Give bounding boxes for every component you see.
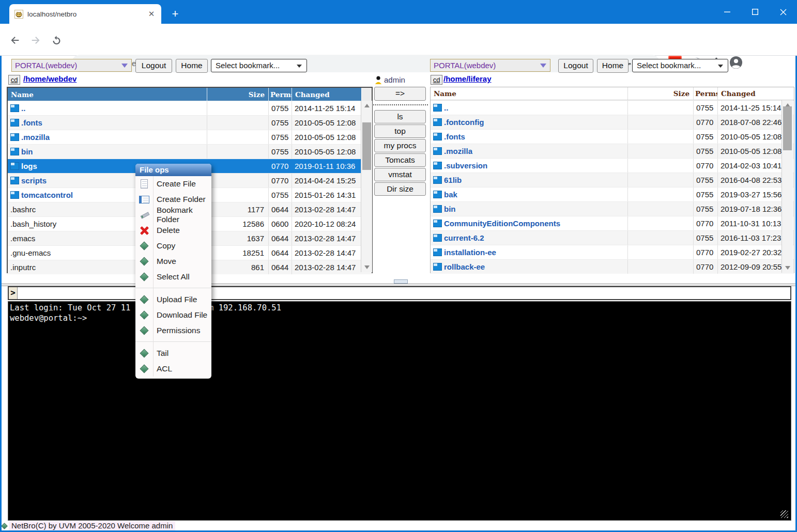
left-server-select[interactable]: PORTAL(webdev) [11, 59, 132, 72]
command-button-top[interactable]: top [374, 124, 426, 138]
right-bookmark-select[interactable]: Select bookmark... [632, 59, 728, 72]
size-cell [627, 187, 693, 201]
column-header-size[interactable]: Size [207, 88, 268, 101]
table-row[interactable]: .mozilla07552010-05-05 12:08 [431, 144, 794, 158]
tab-title: localhost/netbro [27, 10, 143, 18]
forward-button[interactable] [28, 33, 43, 48]
table-row[interactable]: .mozilla07552010-05-05 12:08 [8, 130, 372, 144]
table-row[interactable]: .subversion07702014-02-03 10:41 [431, 158, 794, 173]
menu-item-copy[interactable]: Copy [135, 238, 211, 254]
reload-button[interactable] [49, 33, 64, 48]
left-path-link[interactable]: /home/webdev [23, 74, 76, 83]
tab-close-icon[interactable]: ✕ [147, 9, 156, 19]
menu-item-permissions[interactable]: Permissions [135, 323, 211, 338]
table-row[interactable]: rollback-ee07702012-09-09 20:55 [431, 259, 794, 274]
changed-cell: 2010-05-05 12:08 [292, 130, 361, 144]
table-row[interactable]: .fonts07552010-05-05 12:08 [431, 129, 794, 144]
perms-cell: 0755 [268, 116, 292, 130]
changed-cell: 2014-02-03 10:41 [717, 159, 782, 173]
column-header-changed[interactable]: Changed [292, 88, 361, 101]
changed-cell: 2019-02-27 20:32 [717, 245, 782, 259]
table-row[interactable]: .fontconfig07702018-07-08 22:46 [431, 115, 794, 129]
transfer-button[interactable]: => [374, 87, 426, 101]
file-name-cell: .. [8, 101, 207, 115]
column-header-name[interactable]: Name [8, 88, 207, 101]
scroll-up-icon[interactable] [361, 101, 372, 110]
scrollbar-thumb[interactable] [362, 122, 371, 170]
left-cd-button[interactable]: cd [8, 75, 20, 85]
menu-item-tail[interactable]: Tail [135, 346, 211, 361]
scroll-down-icon[interactable] [361, 263, 372, 272]
menu-item-move[interactable]: Move [135, 254, 211, 269]
window-close-button[interactable] [769, 0, 797, 24]
back-button[interactable] [7, 33, 23, 48]
table-row[interactable]: installation-ee07702019-02-27 20:32 [431, 245, 794, 259]
menu-item-acl[interactable]: ACL [135, 361, 211, 377]
diamond-icon [135, 274, 153, 280]
column-header-size[interactable]: Size [627, 87, 693, 100]
table-row[interactable]: bin07552019-07-18 12:36 [431, 201, 794, 216]
left-logout-button[interactable]: Logout [135, 59, 172, 73]
size-cell [627, 115, 693, 129]
table-row[interactable]: .fonts07552010-05-05 12:08 [8, 115, 372, 130]
menu-item-select-all[interactable]: Select All [135, 269, 211, 285]
window-minimize-button[interactable] [713, 0, 741, 24]
column-header-perms[interactable]: Perms [693, 87, 717, 100]
chevron-down-icon [718, 65, 723, 68]
scrollbar-thumb[interactable] [783, 106, 792, 150]
menu-item-create-folder[interactable]: Create Folder [135, 192, 211, 207]
size-cell: 12586 [207, 217, 268, 231]
menu-item-delete[interactable]: Delete [135, 223, 211, 238]
browser-tab[interactable]: localhost/netbro ✕ [9, 4, 161, 24]
profile-avatar[interactable] [729, 56, 743, 69]
right-path-link[interactable]: /home/liferay [443, 74, 492, 83]
middle-separator [373, 104, 428, 105]
right-cd-button[interactable]: cd [431, 75, 442, 85]
terminal-resize-grip[interactable] [780, 510, 788, 518]
left-bookmark-select[interactable]: Select bookmark... [211, 59, 307, 72]
menu-item-download-file[interactable]: Download File [135, 307, 211, 323]
command-button-dir-size[interactable]: Dir size [374, 182, 426, 196]
perms-cell: 0755 [693, 130, 717, 144]
perms-cell: 0755 [693, 202, 717, 216]
menu-item-bookmark-folder[interactable]: Bookmark Folder [135, 207, 211, 223]
terminal-command-input[interactable] [18, 287, 790, 299]
file-ops-context-menu: File ops Create FileCreate FolderBookmar… [135, 164, 211, 379]
new-tab-button[interactable]: + [168, 8, 182, 21]
scroll-down-icon[interactable] [782, 263, 793, 272]
command-button-ls[interactable]: ls [374, 110, 426, 123]
left-table-scrollbar[interactable] [361, 101, 372, 272]
perms-cell: 0755 [693, 101, 717, 115]
right-home-button[interactable]: Home [597, 59, 629, 73]
menu-item-create-file[interactable]: Create File [135, 176, 211, 192]
table-row[interactable]: 61lib07552016-04-08 22:53 [431, 173, 794, 187]
splitter-handle[interactable] [394, 279, 408, 284]
command-button-tomcats[interactable]: Tomcats [374, 153, 426, 167]
right-table-scrollbar[interactable] [781, 100, 793, 273]
window-maximize-button[interactable] [741, 0, 769, 24]
table-row[interactable]: bin07552010-05-05 12:08 [8, 144, 372, 159]
table-row[interactable]: CommunityEditionComponents07702011-10-31… [431, 216, 794, 230]
table-row[interactable]: current-6.207552016-11-03 17:23 [431, 230, 794, 245]
table-row[interactable]: ..07552014-11-25 15:14 [8, 101, 372, 115]
command-button-vmstat[interactable]: vmstat [374, 168, 426, 181]
perms-cell: 0644 [268, 246, 292, 260]
command-button-my-procs[interactable]: my procs [374, 139, 426, 152]
table-row[interactable]: ..07552014-11-25 15:14 [431, 100, 794, 115]
changed-cell: 2014-04-24 15:25 [292, 174, 361, 187]
right-server-select[interactable]: PORTAL(webdev) [430, 59, 550, 72]
right-logout-button[interactable]: Logout [558, 59, 593, 73]
file-name: bak [444, 190, 457, 199]
column-header-name[interactable]: Name [431, 87, 627, 100]
menu-item-upload-file[interactable]: Upload File [135, 292, 211, 307]
left-home-button[interactable]: Home [176, 59, 208, 73]
header-corner [782, 87, 794, 100]
column-header-changed[interactable]: Changed [717, 87, 782, 100]
folder-icon [433, 191, 442, 198]
perms-cell: 0770 [693, 159, 717, 173]
changed-cell: 2020-10-12 08:24 [292, 217, 361, 231]
table-row[interactable]: bak07552019-03-27 15:56 [431, 187, 794, 201]
file-name: .mozilla [444, 147, 472, 155]
column-header-perms[interactable]: Perms [268, 88, 292, 101]
size-cell [627, 202, 693, 216]
